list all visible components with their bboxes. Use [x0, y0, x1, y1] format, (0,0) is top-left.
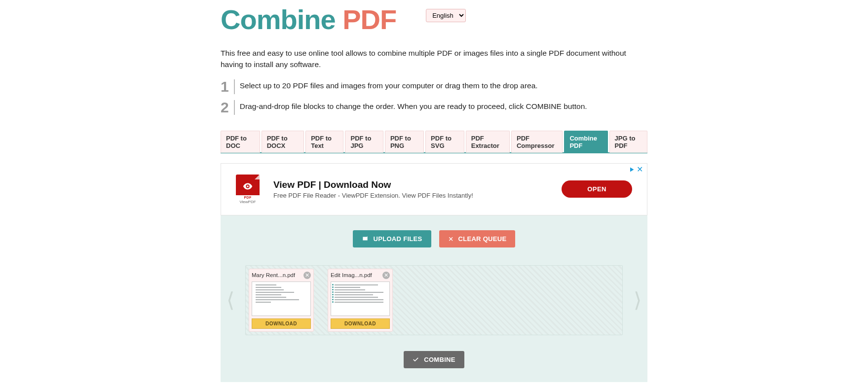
- steps-list: 1 Select up to 20 PDF files and images f…: [221, 79, 647, 115]
- download-button[interactable]: DOWNLOAD: [252, 318, 311, 329]
- ad-icon-label: PDF: [236, 195, 260, 200]
- ad-text: View PDF | Download Now Free PDF File Re…: [273, 179, 473, 199]
- tab-pdf-to-doc[interactable]: PDF to DOC: [221, 131, 260, 153]
- step-number: 1: [221, 79, 235, 94]
- ad-subtitle: Free PDF File Reader - ViewPDF Extension…: [273, 192, 473, 199]
- eye-icon: [242, 181, 253, 192]
- clear-icon: [448, 236, 453, 242]
- logo: Combine PDF: [221, 6, 396, 34]
- prev-arrow-icon[interactable]: ⟨: [226, 288, 234, 312]
- check-icon: [413, 356, 419, 363]
- work-area: UPLOAD FILES CLEAR QUEUE ⟨ Mary Rent...n…: [221, 215, 647, 382]
- step-item: 2 Drag-and-drop file blocks to change th…: [221, 100, 647, 115]
- tab-combine-pdf[interactable]: Combine PDF: [564, 131, 607, 153]
- step-item: 1 Select up to 20 PDF files and images f…: [221, 79, 647, 94]
- clear-label: CLEAR QUEUE: [458, 235, 507, 243]
- tab-pdf-to-png[interactable]: PDF to PNG: [385, 131, 424, 153]
- ad-product-icon-wrap: PDF ViewPDF: [236, 175, 260, 204]
- ad-controls: ✕: [629, 166, 643, 174]
- pdf-app-icon: PDF: [236, 175, 260, 198]
- ad-banner: ✕ PDF ViewPDF View PDF | Download Now Fr…: [221, 163, 647, 215]
- files-track[interactable]: Mary Rent...n.pdf ✕ DOWNLOAD Edit Imag..…: [245, 265, 623, 335]
- ad-close-icon[interactable]: ✕: [637, 166, 643, 174]
- step-text: Select up to 20 PDF files and images fro…: [240, 79, 538, 94]
- file-thumbnail: [331, 281, 390, 316]
- logo-part1: Combine: [221, 4, 336, 35]
- tool-tabs: PDF to DOC PDF to DOCX PDF to Text PDF t…: [221, 131, 647, 153]
- step-text: Drag-and-drop file blocks to change the …: [240, 100, 587, 115]
- upload-files-button[interactable]: UPLOAD FILES: [353, 230, 431, 247]
- step-number: 2: [221, 100, 235, 115]
- file-name: Edit Imag...n.pdf: [331, 272, 372, 278]
- upload-icon: [362, 235, 369, 242]
- tab-pdf-to-svg[interactable]: PDF to SVG: [425, 131, 464, 153]
- ad-open-button[interactable]: OPEN: [562, 180, 632, 198]
- adchoices-icon[interactable]: [629, 167, 635, 173]
- file-name: Mary Rent...n.pdf: [252, 272, 295, 278]
- file-card[interactable]: Mary Rent...n.pdf ✕ DOWNLOAD: [249, 269, 314, 332]
- language-select[interactable]: English: [426, 9, 466, 22]
- tab-jpg-to-pdf[interactable]: JPG to PDF: [609, 131, 647, 153]
- logo-part2: PDF: [342, 4, 396, 35]
- download-button[interactable]: DOWNLOAD: [331, 318, 390, 329]
- file-remove-icon[interactable]: ✕: [382, 272, 390, 279]
- tab-pdf-to-jpg[interactable]: PDF to JPG: [345, 131, 383, 153]
- tab-pdf-extractor[interactable]: PDF Extractor: [466, 131, 510, 153]
- combine-label: COMBINE: [424, 356, 455, 363]
- file-card[interactable]: Edit Imag...n.pdf ✕ DOWNLOAD: [328, 269, 393, 332]
- ad-title: View PDF | Download Now: [273, 179, 473, 190]
- tab-pdf-to-text[interactable]: PDF to Text: [305, 131, 343, 153]
- clear-queue-button[interactable]: CLEAR QUEUE: [439, 230, 516, 247]
- tab-pdf-to-docx[interactable]: PDF to DOCX: [262, 131, 304, 153]
- next-arrow-icon[interactable]: ⟩: [634, 288, 642, 312]
- tab-pdf-compressor[interactable]: PDF Compressor: [511, 131, 563, 153]
- intro-text: This free and easy to use online tool al…: [221, 47, 647, 70]
- file-thumbnail: [252, 281, 311, 316]
- upload-label: UPLOAD FILES: [374, 235, 422, 243]
- file-remove-icon[interactable]: ✕: [303, 272, 311, 279]
- ad-icon-sublabel: ViewPDF: [239, 200, 256, 204]
- combine-button[interactable]: COMBINE: [404, 351, 464, 368]
